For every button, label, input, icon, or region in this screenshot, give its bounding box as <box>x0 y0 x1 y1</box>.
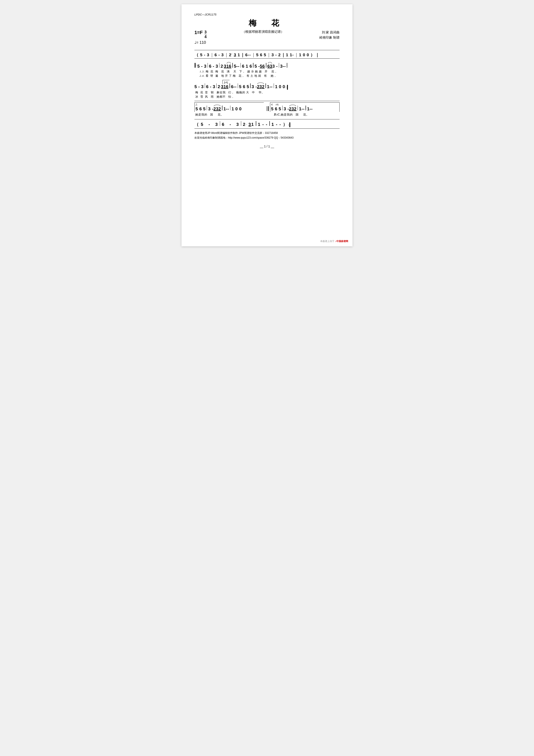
lyrics-line-1b: 2.4. 看 呀 遍 地 开 了 梅 花， 有 土 地 就 有 她， <box>200 74 340 78</box>
composer: 刘 家 昌词曲 岭南印象 制谱 <box>319 30 340 40</box>
footer-text: 本曲谱使用JP-Word简谱编辑软件制作 JPW简谱软件交流群：33271845… <box>194 131 340 140</box>
coda-line: （ 5 - 3 6 - 3 2· 3 1 1 - - 1 - - ） : <box>194 121 340 127</box>
intro-line: （ 5 - 3 6 - 3 2· 3 1 6-- 5 6 5 3 - 2 1 1… <box>194 52 340 58</box>
tempo: ♩= 110 <box>194 40 207 45</box>
subtitle: （根据邓丽君演唱音频记谱） <box>207 30 319 34</box>
sheet-music-page: LPDC—JCR1175 梅 花 1=F 3 4 ♩= 110 （根据邓丽君演唱… <box>182 4 352 246</box>
main-line-1: : 5 - 3 6 - 3 2· 3 16 5-- 6 1 6 5 - 56 <box>194 60 340 69</box>
key-signature: 1=F <box>194 30 203 35</box>
lyrics-line-2a: 梅 花 坚 韧 象征我 们， 巍巍的 大 中 华。 <box>195 91 340 94</box>
song-title: 梅 花 <box>194 18 340 28</box>
endings-row: 2. 5 6 5 3 - 232 1-- 1 0 0 <box>194 102 340 112</box>
watermark: 本曲谱上传于 ♪中国曲谱网 <box>320 240 348 243</box>
ending-2-lyrics: 她是我的 国 花。 <box>195 113 261 117</box>
ending-4-notes: 5 6 5 3 - 232 1-- 1-- <box>271 106 339 111</box>
page-number: __ 1 / 1 __ <box>194 145 340 148</box>
time-signature: 3 4 <box>205 30 207 39</box>
ending-2-notes: 5 6 5 3 - 232 1-- 1 0 0 <box>195 106 264 111</box>
catalog-number: LPDC—JCR1175 <box>194 13 340 16</box>
lyrics-line-2b: 冰 雪 风 雨 她都不 怕， <box>195 95 340 99</box>
ending-4-lyrics: D.C.她是我的 国 花。 <box>274 113 340 117</box>
main-line-2: 1.3. 5 - 3 6 - 3 2· 3 16 6-- 5 6 5 3 - 2… <box>194 80 340 90</box>
lyrics-line-1a: 1.3. 梅 花 梅 花 满 天 下， 越 冷 她 越 开 花， <box>200 69 340 73</box>
endings-lyrics: 她是我的 国 花。 D.C.她是我的 国 花。 <box>194 113 340 117</box>
intro-notation: （ 5 - 3 6 - 3 2· 3 1 6-- 5 6 5 3 - 2 1 1… <box>194 52 319 58</box>
